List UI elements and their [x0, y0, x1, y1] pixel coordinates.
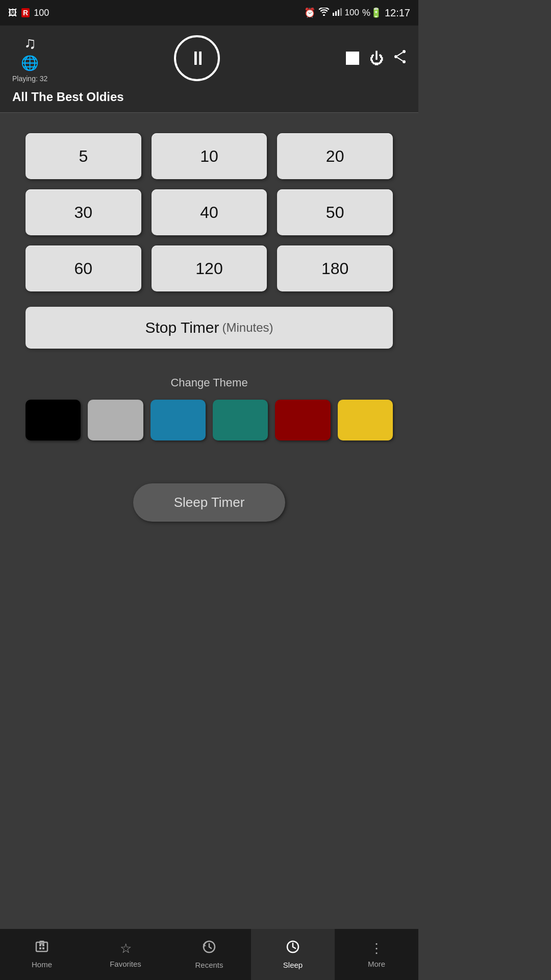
timer-60-button[interactable]: 60 — [26, 246, 141, 291]
station-name: All The Best Oldies — [12, 90, 406, 104]
theme-yellow[interactable] — [338, 400, 393, 440]
sleep-icon — [286, 940, 300, 958]
svg-rect-1 — [335, 11, 337, 16]
time-display: 12:17 — [385, 7, 410, 19]
theme-teal[interactable] — [213, 400, 268, 440]
timer-50-button[interactable]: 50 — [277, 189, 393, 235]
svg-rect-13 — [42, 947, 44, 949]
status-bar: 🖼 R 100 ⏰ 100 %🔋 12:17 — [0, 0, 418, 26]
nav-favorites-label: Favorites — [110, 960, 141, 968]
player-left-icons: ♫ 🌐 Playing: 32 — [12, 34, 47, 83]
timer-40-button[interactable]: 40 — [152, 189, 267, 235]
stop-timer-button[interactable]: Stop Timer (Minutes) — [26, 307, 393, 349]
status-right: ⏰ 100 %🔋 12:17 — [304, 7, 410, 19]
timer-20-button[interactable]: 20 — [277, 133, 393, 179]
battery-icon: %🔋 — [362, 7, 382, 18]
svg-rect-0 — [333, 13, 334, 16]
theme-colors — [26, 400, 393, 440]
theme-section: Change Theme — [0, 361, 418, 453]
timer-10-button[interactable]: 10 — [152, 133, 267, 179]
signal-icon — [333, 8, 342, 18]
alarm-icon: ⏰ — [304, 7, 315, 18]
nav-more-label: More — [368, 960, 385, 968]
timer-grid: 5 10 20 30 40 50 60 120 180 — [26, 133, 393, 291]
nav-recents[interactable]: Recents — [167, 929, 251, 980]
home-icon — [35, 940, 49, 957]
theme-blue[interactable] — [151, 400, 206, 440]
svg-rect-10 — [39, 944, 41, 946]
nav-recents-label: Recents — [195, 961, 223, 969]
svg-point-4 — [403, 50, 406, 53]
timer-120-button[interactable]: 120 — [152, 246, 267, 291]
battery-percent: 100 — [345, 8, 359, 18]
nav-sleep-label: Sleep — [283, 961, 303, 969]
wifi-icon — [318, 8, 330, 18]
player-right-icons: ⏻ — [346, 50, 406, 67]
pause-button[interactable]: ⏸ — [174, 35, 220, 81]
svg-point-5 — [394, 55, 397, 58]
svg-line-8 — [397, 57, 403, 61]
battery-level-text: 100 — [34, 8, 49, 18]
photo-icon: 🖼 — [8, 8, 17, 18]
timer-5-button[interactable]: 5 — [26, 133, 141, 179]
stop-button[interactable] — [346, 52, 359, 65]
timer-section: 5 10 20 30 40 50 60 120 180 Stop Timer (… — [0, 113, 418, 361]
svg-line-7 — [397, 52, 403, 56]
player-controls-row: ♫ 🌐 Playing: 32 ⏸ ⏻ — [12, 34, 406, 83]
timer-180-button[interactable]: 180 — [277, 246, 393, 291]
nav-more[interactable]: ⋮ More — [335, 929, 418, 980]
radio-icon: R — [21, 8, 30, 17]
nav-sleep[interactable]: Sleep — [251, 929, 335, 980]
svg-rect-3 — [340, 8, 342, 16]
star-icon: ☆ — [120, 941, 132, 957]
status-left: 🖼 R 100 — [8, 8, 49, 18]
more-icon: ⋮ — [370, 941, 383, 957]
nav-home[interactable]: Home — [0, 929, 84, 980]
music-icon: ♫ — [24, 34, 36, 53]
stop-timer-label: Stop Timer — [145, 319, 219, 336]
nav-home-label: Home — [32, 960, 52, 969]
nav-favorites[interactable]: ☆ Favorites — [84, 929, 167, 980]
bottom-nav: Home ☆ Favorites Recents Sleep ⋮ More — [0, 929, 418, 980]
pause-icon: ⏸ — [188, 47, 206, 69]
stop-timer-sublabel: (Minutes) — [222, 321, 273, 335]
power-icon[interactable]: ⏻ — [369, 50, 384, 67]
theme-black[interactable] — [26, 400, 81, 440]
svg-rect-12 — [39, 947, 41, 949]
player-header: ♫ 🌐 Playing: 32 ⏸ ⏻ All The Best Oldies — [0, 26, 418, 112]
share-icon[interactable] — [394, 50, 406, 67]
theme-label: Change Theme — [26, 376, 393, 389]
history-icon — [202, 940, 216, 958]
timer-30-button[interactable]: 30 — [26, 189, 141, 235]
svg-point-6 — [403, 60, 406, 63]
sleep-timer-button[interactable]: Sleep Timer — [133, 483, 286, 522]
theme-gray[interactable] — [88, 400, 143, 440]
svg-rect-2 — [338, 10, 339, 16]
playing-label: Playing: 32 — [12, 75, 47, 83]
svg-rect-11 — [42, 944, 44, 946]
sleep-section: Sleep Timer — [0, 483, 418, 522]
globe-icon: 🌐 — [21, 55, 39, 71]
theme-red[interactable] — [275, 400, 330, 440]
